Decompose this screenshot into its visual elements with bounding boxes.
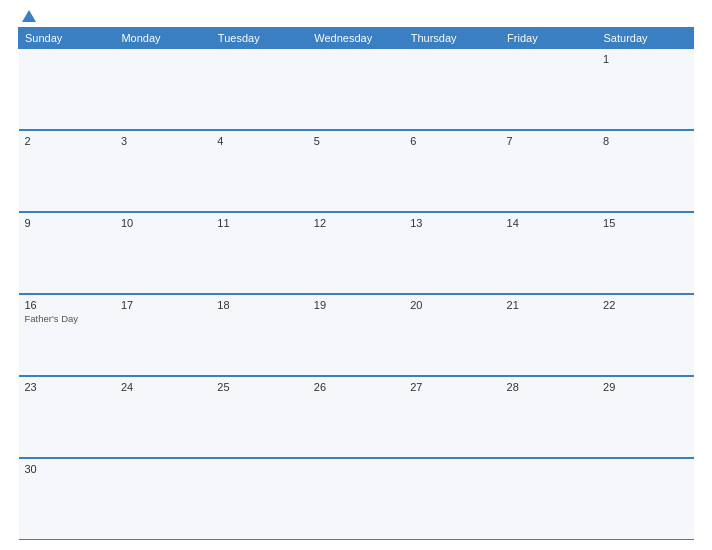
calendar-cell (211, 49, 307, 131)
day-number: 5 (314, 135, 398, 147)
calendar-cell: 20 (404, 294, 500, 376)
day-number: 12 (314, 217, 398, 229)
calendar-cell: 19 (308, 294, 404, 376)
day-number: 2 (25, 135, 109, 147)
day-number: 26 (314, 381, 398, 393)
day-number: 30 (25, 463, 109, 475)
calendar-cell: 25 (211, 376, 307, 458)
weekday-header-saturday: Saturday (597, 28, 693, 49)
calendar-cell: 18 (211, 294, 307, 376)
day-number: 19 (314, 299, 398, 311)
day-number: 16 (25, 299, 109, 311)
day-number: 28 (507, 381, 591, 393)
weekday-header-friday: Friday (501, 28, 597, 49)
calendar-cell (19, 49, 115, 131)
calendar-cell: 5 (308, 130, 404, 212)
day-number: 29 (603, 381, 687, 393)
calendar-cell (501, 458, 597, 540)
calendar-cell: 12 (308, 212, 404, 294)
calendar-cell: 11 (211, 212, 307, 294)
calendar-cell (308, 49, 404, 131)
week-row-6: 30 (19, 458, 694, 540)
calendar-cell: 29 (597, 376, 693, 458)
logo-triangle-icon (22, 10, 36, 22)
calendar-cell: 16Father's Day (19, 294, 115, 376)
day-number: 14 (507, 217, 591, 229)
calendar-cell: 22 (597, 294, 693, 376)
day-number: 1 (603, 53, 687, 65)
calendar-cell: 3 (115, 130, 211, 212)
weekday-header-thursday: Thursday (404, 28, 500, 49)
day-number: 9 (25, 217, 109, 229)
calendar-cell: 30 (19, 458, 115, 540)
calendar-cell (501, 49, 597, 131)
weekday-header-wednesday: Wednesday (308, 28, 404, 49)
calendar-cell: 10 (115, 212, 211, 294)
calendar-cell: 23 (19, 376, 115, 458)
day-number: 27 (410, 381, 494, 393)
calendar-cell: 4 (211, 130, 307, 212)
day-number: 17 (121, 299, 205, 311)
day-number: 21 (507, 299, 591, 311)
day-number: 8 (603, 135, 687, 147)
weekday-header-monday: Monday (115, 28, 211, 49)
calendar-cell (404, 458, 500, 540)
day-number: 4 (217, 135, 301, 147)
calendar-cell (115, 49, 211, 131)
calendar-cell: 9 (19, 212, 115, 294)
day-number: 18 (217, 299, 301, 311)
day-number: 24 (121, 381, 205, 393)
day-number: 11 (217, 217, 301, 229)
calendar-cell: 27 (404, 376, 500, 458)
calendar-cell: 13 (404, 212, 500, 294)
day-number: 25 (217, 381, 301, 393)
week-row-3: 9101112131415 (19, 212, 694, 294)
day-number: 15 (603, 217, 687, 229)
calendar-cell: 15 (597, 212, 693, 294)
day-number: 10 (121, 217, 205, 229)
calendar-cell: 21 (501, 294, 597, 376)
calendar-cell: 6 (404, 130, 500, 212)
calendar-cell: 14 (501, 212, 597, 294)
top-bar (18, 10, 694, 23)
calendar-cell: 17 (115, 294, 211, 376)
day-number: 6 (410, 135, 494, 147)
day-number: 22 (603, 299, 687, 311)
day-event: Father's Day (25, 313, 109, 324)
day-number: 20 (410, 299, 494, 311)
week-row-2: 2345678 (19, 130, 694, 212)
week-row-4: 16Father's Day171819202122 (19, 294, 694, 376)
calendar-cell: 26 (308, 376, 404, 458)
day-number: 13 (410, 217, 494, 229)
calendar-cell (211, 458, 307, 540)
calendar-cell (404, 49, 500, 131)
weekday-header-tuesday: Tuesday (211, 28, 307, 49)
calendar-cell: 2 (19, 130, 115, 212)
calendar-table: SundayMondayTuesdayWednesdayThursdayFrid… (18, 27, 694, 540)
logo (18, 10, 38, 23)
weekday-header-sunday: Sunday (19, 28, 115, 49)
calendar-cell: 28 (501, 376, 597, 458)
calendar-cell (115, 458, 211, 540)
calendar-cell: 1 (597, 49, 693, 131)
calendar-cell (597, 458, 693, 540)
day-number: 3 (121, 135, 205, 147)
calendar-cell: 8 (597, 130, 693, 212)
calendar-cell: 7 (501, 130, 597, 212)
week-row-5: 23242526272829 (19, 376, 694, 458)
calendar-cell: 24 (115, 376, 211, 458)
week-row-1: 1 (19, 49, 694, 131)
calendar-cell (308, 458, 404, 540)
day-number: 7 (507, 135, 591, 147)
weekday-header-row: SundayMondayTuesdayWednesdayThursdayFrid… (19, 28, 694, 49)
day-number: 23 (25, 381, 109, 393)
